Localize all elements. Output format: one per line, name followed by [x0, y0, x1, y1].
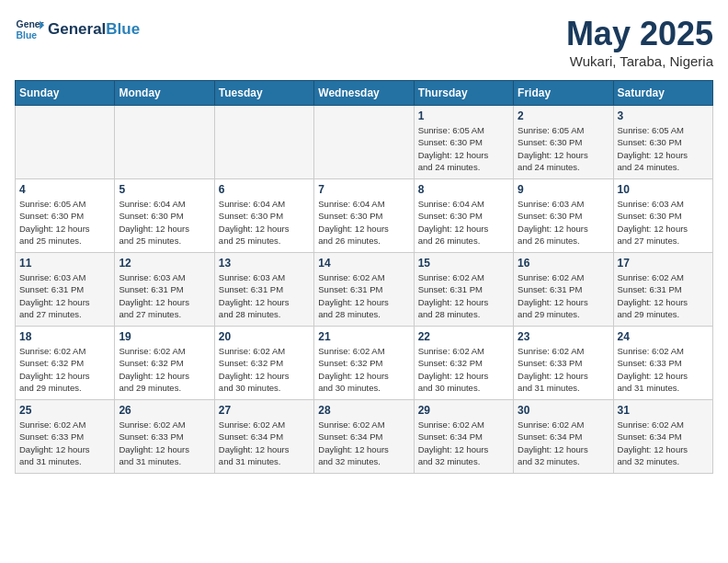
day-number: 31: [618, 404, 709, 417]
calendar-cell: 14Sunrise: 6:02 AM Sunset: 6:31 PM Dayli…: [314, 253, 414, 327]
day-number: 27: [219, 404, 310, 417]
calendar-cell: 11Sunrise: 6:03 AM Sunset: 6:31 PM Dayli…: [16, 253, 115, 327]
day-info: Sunrise: 6:05 AM Sunset: 6:30 PM Dayligh…: [19, 198, 110, 247]
weekday-header: Sunday: [16, 81, 115, 106]
day-number: 1: [418, 109, 509, 122]
day-info: Sunrise: 6:02 AM Sunset: 6:32 PM Dayligh…: [19, 345, 110, 394]
day-number: 20: [219, 330, 310, 343]
calendar-cell: [314, 106, 414, 179]
day-number: 3: [618, 109, 709, 122]
day-number: 18: [19, 330, 110, 343]
calendar-header: SundayMondayTuesdayWednesdayThursdayFrid…: [16, 81, 713, 106]
day-number: 22: [418, 330, 509, 343]
day-info: Sunrise: 6:03 AM Sunset: 6:31 PM Dayligh…: [19, 271, 110, 320]
day-number: 11: [19, 257, 110, 270]
calendar-week-row: 4Sunrise: 6:05 AM Sunset: 6:30 PM Daylig…: [16, 179, 713, 253]
day-number: 12: [119, 257, 210, 270]
calendar-cell: 1Sunrise: 6:05 AM Sunset: 6:30 PM Daylig…: [414, 106, 513, 179]
calendar-cell: 24Sunrise: 6:02 AM Sunset: 6:33 PM Dayli…: [613, 327, 712, 400]
weekday-header: Thursday: [414, 81, 513, 106]
day-info: Sunrise: 6:02 AM Sunset: 6:32 PM Dayligh…: [219, 345, 310, 394]
day-info: Sunrise: 6:02 AM Sunset: 6:32 PM Dayligh…: [119, 345, 210, 394]
calendar-cell: 10Sunrise: 6:03 AM Sunset: 6:30 PM Dayli…: [613, 179, 712, 253]
day-number: 2: [518, 109, 609, 122]
day-number: 5: [119, 183, 210, 196]
calendar-cell: 15Sunrise: 6:02 AM Sunset: 6:31 PM Dayli…: [414, 253, 513, 327]
day-info: Sunrise: 6:04 AM Sunset: 6:30 PM Dayligh…: [219, 198, 310, 247]
day-number: 8: [418, 183, 509, 196]
calendar-cell: 3Sunrise: 6:05 AM Sunset: 6:30 PM Daylig…: [613, 106, 712, 179]
calendar-cell: 18Sunrise: 6:02 AM Sunset: 6:32 PM Dayli…: [16, 327, 115, 400]
page-header: General Blue GeneralBlue May 2025 Wukari…: [15, 15, 713, 69]
day-number: 9: [518, 183, 609, 196]
day-info: Sunrise: 6:02 AM Sunset: 6:31 PM Dayligh…: [318, 271, 409, 320]
calendar-cell: 26Sunrise: 6:02 AM Sunset: 6:33 PM Dayli…: [115, 400, 214, 474]
day-info: Sunrise: 6:02 AM Sunset: 6:32 PM Dayligh…: [418, 345, 509, 394]
calendar-week-row: 18Sunrise: 6:02 AM Sunset: 6:32 PM Dayli…: [16, 327, 713, 400]
day-info: Sunrise: 6:05 AM Sunset: 6:30 PM Dayligh…: [618, 124, 709, 173]
calendar-week-row: 1Sunrise: 6:05 AM Sunset: 6:30 PM Daylig…: [16, 106, 713, 179]
day-info: Sunrise: 6:04 AM Sunset: 6:30 PM Dayligh…: [318, 198, 409, 247]
calendar-cell: 23Sunrise: 6:02 AM Sunset: 6:33 PM Dayli…: [514, 327, 613, 400]
calendar-cell: 8Sunrise: 6:04 AM Sunset: 6:30 PM Daylig…: [414, 179, 513, 253]
day-info: Sunrise: 6:05 AM Sunset: 6:30 PM Dayligh…: [418, 124, 509, 173]
day-number: 26: [119, 404, 210, 417]
day-number: 21: [318, 330, 409, 343]
calendar-cell: 5Sunrise: 6:04 AM Sunset: 6:30 PM Daylig…: [115, 179, 214, 253]
calendar-cell: 12Sunrise: 6:03 AM Sunset: 6:31 PM Dayli…: [115, 253, 214, 327]
day-info: Sunrise: 6:05 AM Sunset: 6:30 PM Dayligh…: [518, 124, 609, 173]
calendar-cell: 29Sunrise: 6:02 AM Sunset: 6:34 PM Dayli…: [414, 400, 513, 474]
title-block: May 2025 Wukari, Taraba, Nigeria: [566, 15, 713, 69]
day-number: 4: [19, 183, 110, 196]
calendar-cell: 19Sunrise: 6:02 AM Sunset: 6:32 PM Dayli…: [115, 327, 214, 400]
calendar-cell: 7Sunrise: 6:04 AM Sunset: 6:30 PM Daylig…: [314, 179, 414, 253]
calendar-cell: 6Sunrise: 6:04 AM Sunset: 6:30 PM Daylig…: [214, 179, 313, 253]
calendar-cell: 20Sunrise: 6:02 AM Sunset: 6:32 PM Dayli…: [214, 327, 313, 400]
calendar-cell: 30Sunrise: 6:02 AM Sunset: 6:34 PM Dayli…: [514, 400, 613, 474]
day-number: 29: [418, 404, 509, 417]
day-info: Sunrise: 6:02 AM Sunset: 6:31 PM Dayligh…: [618, 271, 709, 320]
day-info: Sunrise: 6:02 AM Sunset: 6:34 PM Dayligh…: [618, 419, 709, 467]
day-number: 19: [119, 330, 210, 343]
calendar-cell: 16Sunrise: 6:02 AM Sunset: 6:31 PM Dayli…: [514, 253, 613, 327]
calendar-cell: 28Sunrise: 6:02 AM Sunset: 6:34 PM Dayli…: [314, 400, 414, 474]
calendar-cell: 4Sunrise: 6:05 AM Sunset: 6:30 PM Daylig…: [16, 179, 115, 253]
calendar-cell: 22Sunrise: 6:02 AM Sunset: 6:32 PM Dayli…: [414, 327, 513, 400]
calendar-cell: 2Sunrise: 6:05 AM Sunset: 6:30 PM Daylig…: [514, 106, 613, 179]
day-number: 30: [518, 404, 609, 417]
svg-text:Blue: Blue: [17, 30, 38, 40]
day-number: 6: [219, 183, 310, 196]
calendar-week-row: 11Sunrise: 6:03 AM Sunset: 6:31 PM Dayli…: [16, 253, 713, 327]
month-title: May 2025: [566, 15, 713, 53]
day-number: 28: [318, 404, 409, 417]
calendar-cell: 21Sunrise: 6:02 AM Sunset: 6:32 PM Dayli…: [314, 327, 414, 400]
day-info: Sunrise: 6:04 AM Sunset: 6:30 PM Dayligh…: [418, 198, 509, 247]
day-number: 13: [219, 257, 310, 270]
day-number: 15: [418, 257, 509, 270]
calendar-cell: 17Sunrise: 6:02 AM Sunset: 6:31 PM Dayli…: [613, 253, 712, 327]
logo-text: GeneralBlue: [48, 20, 140, 39]
day-info: Sunrise: 6:03 AM Sunset: 6:31 PM Dayligh…: [219, 271, 310, 320]
weekday-row: SundayMondayTuesdayWednesdayThursdayFrid…: [16, 81, 713, 106]
day-info: Sunrise: 6:02 AM Sunset: 6:31 PM Dayligh…: [518, 271, 609, 320]
day-number: 14: [318, 257, 409, 270]
calendar-cell: [214, 106, 313, 179]
day-info: Sunrise: 6:02 AM Sunset: 6:34 PM Dayligh…: [219, 419, 310, 467]
day-number: 24: [618, 330, 709, 343]
calendar-cell: 27Sunrise: 6:02 AM Sunset: 6:34 PM Dayli…: [214, 400, 313, 474]
day-info: Sunrise: 6:02 AM Sunset: 6:34 PM Dayligh…: [518, 419, 609, 467]
day-info: Sunrise: 6:02 AM Sunset: 6:31 PM Dayligh…: [418, 271, 509, 320]
day-number: 10: [618, 183, 709, 196]
calendar-cell: [16, 106, 115, 179]
day-number: 25: [19, 404, 110, 417]
day-number: 7: [318, 183, 409, 196]
calendar-table: SundayMondayTuesdayWednesdayThursdayFrid…: [15, 80, 713, 474]
day-info: Sunrise: 6:02 AM Sunset: 6:34 PM Dayligh…: [418, 419, 509, 467]
logo-icon: General Blue: [15, 15, 44, 44]
day-number: 23: [518, 330, 609, 343]
day-info: Sunrise: 6:03 AM Sunset: 6:30 PM Dayligh…: [618, 198, 709, 247]
weekday-header: Tuesday: [214, 81, 313, 106]
calendar-cell: 31Sunrise: 6:02 AM Sunset: 6:34 PM Dayli…: [613, 400, 712, 474]
logo: General Blue GeneralBlue: [15, 15, 140, 44]
day-number: 17: [618, 257, 709, 270]
